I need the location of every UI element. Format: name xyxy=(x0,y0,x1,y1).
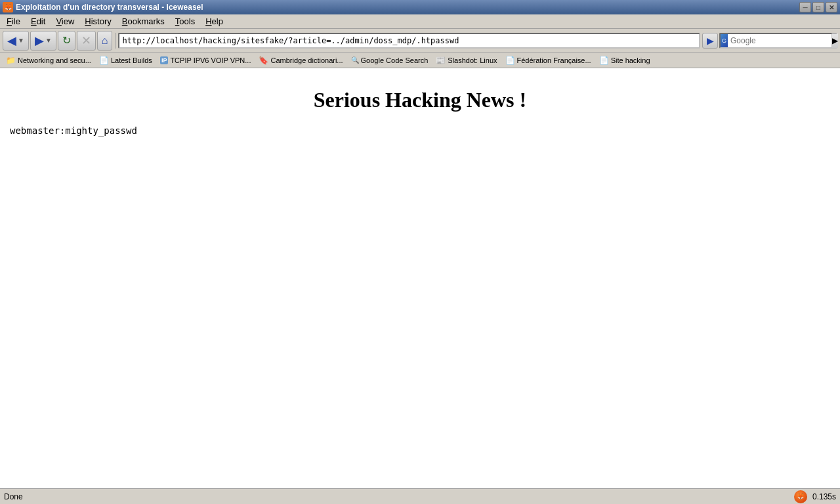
address-bar-container: ▶ xyxy=(118,33,718,49)
address-input[interactable] xyxy=(118,33,700,49)
maximize-button[interactable]: □ xyxy=(812,2,824,12)
content-area: Serious Hacking News ! webmaster:mighty_… xyxy=(0,68,840,488)
timing-text: 0.135s xyxy=(812,492,836,501)
app-icon: 🦊 xyxy=(3,2,13,12)
minimize-button[interactable]: ─ xyxy=(799,2,811,12)
close-button[interactable]: ✕ xyxy=(826,2,837,12)
bookmark-ip-icon: IP xyxy=(160,56,169,64)
bookmark-label: Cambridge dictionari... xyxy=(270,56,343,64)
back-button[interactable]: ◀▼ xyxy=(3,31,29,51)
bookmark-federation[interactable]: 📄 Fédération Française... xyxy=(502,54,595,66)
bookmark-label: Networking and secu... xyxy=(18,56,91,64)
toolbar: ◀▼ ▶▼ ↻ ✕ ⌂ ▶ G ▶ xyxy=(0,29,840,52)
window-title: Exploitation d'un directory transversal … xyxy=(16,3,799,12)
browser-icon: 🦊 xyxy=(794,490,807,503)
bookmark-label: Slashdot: Linux xyxy=(448,56,497,64)
bookmark-slashdot-icon: 📰 xyxy=(436,56,446,65)
bookmark-google-code[interactable]: 🔍 Google Code Search xyxy=(348,55,432,66)
bookmarks-bar: 📁 Networking and secu... 📄 Latest Builds… xyxy=(0,52,840,68)
bookmark-cambridge[interactable]: 🔖 Cambridge dictionari... xyxy=(255,54,346,66)
go-button[interactable]: ▶ xyxy=(702,33,718,49)
menubar: File Edit View History Bookmarks Tools H… xyxy=(0,14,840,29)
menu-tools[interactable]: Tools xyxy=(170,15,200,28)
home-button[interactable]: ⌂ xyxy=(97,31,113,51)
bookmark-label: Google Code Search xyxy=(361,56,429,64)
bookmark-site-hacking[interactable]: 📄 Site hacking xyxy=(596,54,654,66)
page-heading: Serious Hacking News ! xyxy=(7,88,833,112)
bookmark-latest-builds[interactable]: 📄 Latest Builds xyxy=(96,54,156,66)
forward-button[interactable]: ▶▼ xyxy=(30,31,56,51)
bookmark-google-icon: 🔍 xyxy=(351,56,359,64)
search-container: G ▶ xyxy=(719,33,837,49)
statusbar: Done 🦊 0.135s xyxy=(0,488,840,504)
stop-button[interactable]: ✕ xyxy=(77,31,96,51)
menu-view[interactable]: View xyxy=(51,15,79,28)
menu-edit[interactable]: Edit xyxy=(26,15,51,28)
bookmark-hacking-icon: 📄 xyxy=(599,56,609,65)
bookmark-federation-icon: 📄 xyxy=(505,56,515,65)
search-engine-icon: G xyxy=(721,34,728,47)
search-go-button[interactable]: ▶ xyxy=(831,33,838,48)
bookmark-folder-icon: 📁 xyxy=(6,56,16,65)
menu-history[interactable]: History xyxy=(79,15,116,28)
status-text: Done xyxy=(4,492,794,501)
status-right: 🦊 0.135s xyxy=(794,490,836,503)
bookmark-label: TCPIP IPV6 VOIP VPN... xyxy=(170,56,251,64)
menu-bookmarks[interactable]: Bookmarks xyxy=(117,15,170,28)
bookmark-page-icon: 📄 xyxy=(99,56,109,65)
bookmark-label: Latest Builds xyxy=(111,56,152,64)
bookmark-label: Fédération Française... xyxy=(517,56,591,64)
window-controls: ─ □ ✕ xyxy=(799,2,837,12)
bookmark-label: Site hacking xyxy=(611,56,650,64)
bookmark-slashdot[interactable]: 📰 Slashdot: Linux xyxy=(432,54,500,66)
bookmark-tcpip[interactable]: IP TCPIP IPV6 VOIP VPN... xyxy=(157,55,255,66)
bookmark-cambridge-icon: 🔖 xyxy=(259,56,268,65)
menu-file[interactable]: File xyxy=(1,15,26,28)
reload-button[interactable]: ↻ xyxy=(58,31,75,51)
search-input[interactable] xyxy=(728,36,831,45)
bookmark-networking[interactable]: 📁 Networking and secu... xyxy=(3,54,94,66)
menu-help[interactable]: Help xyxy=(200,15,228,28)
credentials-text: webmaster:mighty_passwd xyxy=(10,125,833,136)
titlebar: 🦊 Exploitation d'un directory transversa… xyxy=(0,0,840,14)
toolbar-separator xyxy=(115,33,116,49)
